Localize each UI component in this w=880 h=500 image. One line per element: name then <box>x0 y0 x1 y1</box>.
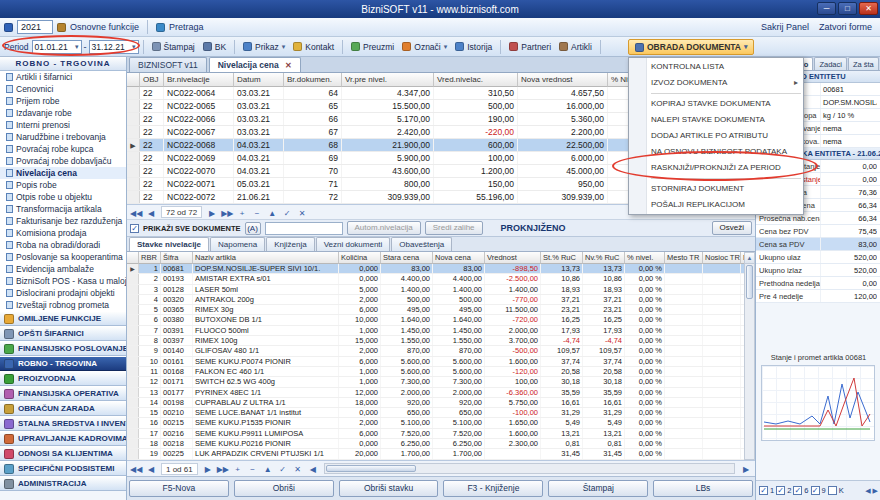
column-header[interactable]: Vred.nivelac. <box>434 73 518 87</box>
tree-item[interactable]: Interni prenosi <box>0 119 126 131</box>
column-header[interactable]: Vr.pre nivel. <box>342 73 434 87</box>
action-button-3[interactable]: Obriši stavku <box>339 480 439 497</box>
tree-item[interactable]: Artikli i šifarnici <box>0 71 126 83</box>
sidebar-section-production[interactable]: PROIZVODNJA <box>0 371 126 386</box>
scroll-left-icon[interactable]: ◀ <box>865 487 870 495</box>
edit-record-button[interactable]: ▲ <box>265 206 279 219</box>
sidebar-section-subsystems[interactable]: SPECIFIČNI PODSISTEMI <box>0 461 126 476</box>
tree-item[interactable]: Prijem robe <box>0 95 126 107</box>
post-edit-button[interactable]: ✓ <box>276 462 290 475</box>
table-row[interactable]: 700391FLUOCO 500ml1,0001.450,001.450,002… <box>127 326 744 336</box>
tree-item[interactable]: Nivelacija cena <box>0 167 126 179</box>
history-button[interactable]: Istorija <box>451 39 496 55</box>
scroll-up-icon[interactable]: ▲ <box>745 253 754 264</box>
delete-record-button[interactable]: − <box>250 206 264 219</box>
tree-item[interactable]: Povraćaj robe kupca <box>0 143 126 155</box>
table-row[interactable]: 1600215SEME KUKU.P1535 PIONIR2,0005.100,… <box>127 418 744 428</box>
menu-item[interactable]: KOPIRAJ STAVKE DOKUMENTA <box>629 96 803 112</box>
table-row[interactable]: 600380BUTOXONE DB 1/110,0001.640,001.640… <box>127 315 744 325</box>
table-row[interactable]: 800397RIMEX 100g15,0001.550,001.550,003.… <box>127 336 744 346</box>
tree-item[interactable]: Transformacija artikala <box>0 203 126 215</box>
tree-item[interactable]: Poslovanje sa kooperantima <box>0 251 126 263</box>
tab-biznisoft[interactable]: BIZNISOFT v11 <box>129 57 207 72</box>
tree-item[interactable]: Narudžbine i trebovanja <box>0 131 126 143</box>
scroll-right-icon[interactable]: ▶ <box>739 462 753 475</box>
show-all-checkbox[interactable]: ✓ <box>130 224 139 233</box>
action-button-4[interactable]: F3 - Knjiženje <box>443 480 543 497</box>
maximize-button[interactable]: □ <box>838 2 857 15</box>
column-header[interactable]: Količina <box>339 252 381 264</box>
action-button-6[interactable]: LBs <box>653 480 753 497</box>
obrada-dokumenta-button[interactable]: OBRADA DOKUMENTA ▾ <box>628 39 754 55</box>
sredi-zalihe-button[interactable]: Sredi zalihe <box>425 221 483 235</box>
tree-item[interactable]: Otpis robe u objektu <box>0 191 126 203</box>
column-header[interactable]: Nv.% RuC <box>583 252 625 264</box>
filter-input[interactable] <box>265 222 343 235</box>
sidebar-section-crm[interactable]: ODNOSI SA KLIJENTIMA <box>0 446 126 461</box>
panel-checkbox-1[interactable]: ✓ <box>759 486 768 495</box>
panel-checkbox-9[interactable]: ✓ <box>811 486 820 495</box>
detail-tab-5[interactable]: Obaveštenja <box>391 237 452 251</box>
scrollbar-thumb[interactable] <box>746 265 753 299</box>
table-row[interactable]: 400320ANTRAKOL 200g2,000500,00500,00-770… <box>127 295 744 305</box>
panel-checkbox-k[interactable] <box>828 486 837 495</box>
last-record-button[interactable]: ▶▶ <box>220 206 234 219</box>
column-header[interactable]: Br.dokumen. <box>284 73 342 87</box>
tree-item[interactable]: Roba na obradi/doradi <box>0 239 126 251</box>
column-header[interactable]: Naziv artikla <box>193 252 339 264</box>
table-row[interactable]: 200193AMISTAR EXTRA s/010,0004.400,004.4… <box>127 274 744 284</box>
printer-button[interactable]: Štampaj <box>148 39 199 55</box>
scrollbar-thumb[interactable] <box>326 465 416 472</box>
sidebar-section-operations[interactable]: FINANSIJSKA OPERATIVA <box>0 386 126 401</box>
sidebar-section-finance[interactable]: FINANSIJSKO POSLOVANJE <box>0 341 126 356</box>
detail-tab-1[interactable]: Stavke nivelacije <box>129 237 209 251</box>
sidebar-section-assets[interactable]: STALNA SREDSTVA I INVENTAR <box>0 416 126 431</box>
next-record-button[interactable]: ▶ <box>201 462 215 475</box>
tree-item[interactable]: Fakturisanje bez razduženja <box>0 215 126 227</box>
articles-button[interactable]: Artikli <box>555 39 596 55</box>
mark-button[interactable]: Označi▾ <box>398 39 451 55</box>
items-grid-scrollbar[interactable]: ▲ <box>744 252 755 460</box>
sidebar-section-favorites[interactable]: OMILJENE FUNKCIJE <box>0 311 126 326</box>
table-row[interactable]: 1400198CUPRABLAU Z ULTRA 1/118,000920,00… <box>127 398 744 408</box>
tree-item[interactable]: Popis robe <box>0 179 126 191</box>
date-to-input[interactable]: 31.12.21 ▾ <box>89 40 139 54</box>
column-header[interactable]: Nova cena <box>433 252 485 264</box>
prev-record-button[interactable]: ◀ <box>144 206 158 219</box>
detail-tab-4[interactable]: Vezni dokumenti <box>316 237 391 251</box>
horizontal-scrollbar[interactable] <box>324 463 735 474</box>
cancel-edit-button[interactable]: ✕ <box>295 206 309 219</box>
date-from-input[interactable]: 01.01.21 ▾ <box>32 40 82 54</box>
minimize-button[interactable]: ─ <box>817 2 836 15</box>
edit-record-button[interactable]: ▲ <box>261 462 275 475</box>
tree-item[interactable]: Izveštaji robnog prometa <box>0 299 126 311</box>
tree-item[interactable]: Izdavanje robe <box>0 107 126 119</box>
osvezi-button[interactable]: Osveži <box>712 221 752 235</box>
first-record-button[interactable]: ◀◀ <box>129 462 143 475</box>
tree-item[interactable]: Dislocirani prodajni objekti <box>0 287 126 299</box>
column-header[interactable]: Šifra <box>161 252 193 264</box>
tree-item[interactable]: Komisiona prodaja <box>0 227 126 239</box>
info-tab-zadaci[interactable]: Zadaci <box>814 57 847 70</box>
info-tab-za-ta[interactable]: Za šta <box>848 57 879 70</box>
delete-record-button[interactable]: − <box>246 462 260 475</box>
menu-item[interactable]: RASKNJIŽI/PROKNJIŽI ZA PERIOD <box>629 160 803 176</box>
bk-button[interactable]: BK <box>199 39 230 55</box>
column-header[interactable]: Nova vrednost <box>518 73 608 87</box>
partners-button[interactable]: Partneri <box>505 39 555 55</box>
last-record-button[interactable]: ▶▶ <box>216 462 230 475</box>
column-header[interactable]: St.% RuC <box>541 252 583 264</box>
column-header[interactable]: Stara cena <box>381 252 433 264</box>
zatvori-forme-button[interactable]: Zatvori forme <box>819 22 872 32</box>
next-record-button[interactable]: ▶ <box>205 206 219 219</box>
detail-tab-3[interactable]: Knjiženja <box>266 237 314 251</box>
prev-record-button[interactable]: ◀ <box>144 462 158 475</box>
table-row[interactable]: 1700216SEME KUKU.P9911 LUMIPOSA6,0007.52… <box>127 429 744 439</box>
sidebar-section-hr[interactable]: UPRAVLJANJE KADROVIMA <box>0 431 126 446</box>
cancel-edit-button[interactable]: ✕ <box>291 462 305 475</box>
column-header[interactable]: OBJ <box>140 73 164 87</box>
column-header[interactable]: % nivel. <box>625 252 665 264</box>
sidebar-section-codebook[interactable]: OPŠTI ŠIFARNICI <box>0 326 126 341</box>
menu-item[interactable]: DODAJ ARTIKLE PO ATRIBUTU <box>629 128 803 144</box>
tree-item[interactable]: Cenovnici <box>0 83 126 95</box>
